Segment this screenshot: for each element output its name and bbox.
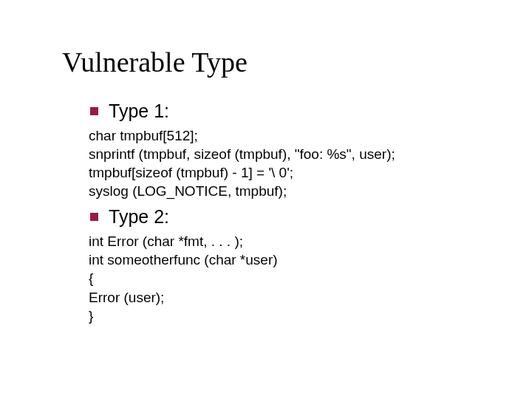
slide: Vulnerable Type Type 1: char tmpbuf[512]… [0, 0, 532, 399]
bullet-icon [90, 107, 98, 115]
section-heading-row: Type 1: [89, 100, 488, 122]
code-block: int Error (char *fmt, . . . ); int someo… [89, 232, 488, 324]
slide-title: Vulnerable Type [62, 46, 248, 78]
bullet-icon [90, 213, 98, 221]
slide-content: Type 1: char tmpbuf[512]; snprintf (tmpb… [89, 99, 488, 331]
section-heading: Type 2: [109, 206, 169, 228]
section-heading: Type 1: [109, 100, 169, 122]
section-heading-row: Type 2: [89, 206, 488, 228]
code-block: char tmpbuf[512]; snprintf (tmpbuf, size… [89, 126, 488, 200]
